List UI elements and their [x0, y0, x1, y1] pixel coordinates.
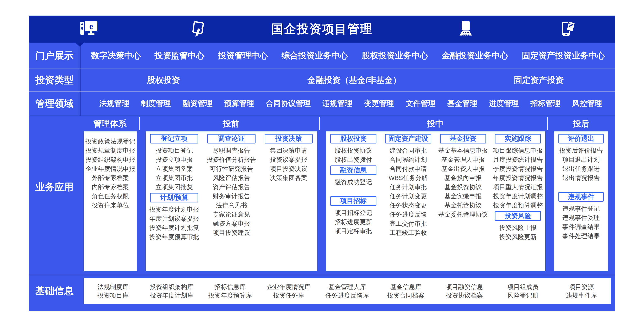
management-domain-label: 制度管理	[141, 98, 171, 109]
portal-center-link[interactable]: 数字决策中心	[91, 50, 141, 61]
base-library-item: 法规制度库	[98, 283, 128, 291]
section-panel: 投资政策法规登记投资规章制度申报投资组织架构申报企业年度情况申报外部专家档案内部…	[84, 131, 137, 271]
base-library-item: 风险登记册	[507, 291, 538, 300]
management-domain-row: 法规管理制度管理融资管理预算管理合同协议管理违规管理变更管理文件管理基金管理进度…	[81, 91, 615, 116]
module-item: 可行性研究报告	[210, 164, 253, 173]
module-item: 基金投向申报	[444, 173, 482, 183]
module-group-button[interactable]: 固定资产建设	[385, 134, 431, 143]
base-info-column: 招标信息库投资年度预算库	[201, 283, 260, 300]
module-group-button[interactable]: 投资决策	[265, 134, 313, 143]
module-item: 投资风险更新	[499, 232, 536, 242]
module-group-button[interactable]: 股权投资	[330, 134, 376, 143]
module-item: 外部专家档案	[92, 173, 129, 183]
tablet-touch-icon	[189, 20, 206, 38]
module-item: 投资规章制度申报	[86, 146, 135, 155]
base-info-column: 项目融资信息投资协议档案	[435, 283, 494, 300]
module-item: 项目跟踪信息申报	[493, 146, 543, 155]
section-title: 投后	[551, 117, 611, 130]
module-column: 股权投资股权投资协议股权出资拨付融资信息融资成功登记项目招标项目招标登记招标进度…	[326, 131, 381, 271]
module-item: 事件处理结果	[562, 232, 600, 241]
module-group-button[interactable]: 基金投资	[440, 134, 486, 143]
module-item: 立项集团审批	[156, 173, 193, 183]
module-item: 项目投资决议	[270, 164, 307, 173]
section-post-investment: 投后 评价退出投资后评价报告项目退出计划退出任务跟进退出情况报告违规事件违规事件…	[551, 117, 611, 271]
module-item: 立项集团备案	[156, 164, 193, 173]
module-group-button[interactable]: 项目招标	[330, 196, 376, 206]
portal-center-link[interactable]: 投资管理中心	[218, 50, 268, 61]
section-mid-investment: 投中 股权投资股权投资协议股权出资拨付融资信息融资成功登记项目招标项目招标登记招…	[323, 117, 548, 271]
module-item: 融资方案申报	[213, 219, 250, 228]
module-item: 年度计划议案提报	[149, 214, 199, 223]
mobile-report-icon	[558, 20, 576, 38]
module-group-button[interactable]: 评价退出	[558, 134, 604, 143]
module-item: 立项集团批复	[156, 183, 193, 192]
module-item: 投资政策法规登记	[86, 137, 135, 146]
module-item: 退出情况报告	[562, 173, 600, 183]
module-group-button[interactable]: 调查论证	[207, 134, 255, 143]
sidebar-label-base: 基础信息	[29, 285, 80, 297]
module-item: 风险评估报告	[213, 173, 250, 183]
module-item: 项目招标登记	[335, 208, 372, 217]
module-item: 基金出资人申报	[441, 164, 485, 173]
section-management-system: 管理体系 投资政策法规登记投资规章制度申报投资组织架构申报企业年度情况申报外部专…	[81, 117, 140, 271]
module-item: 年度投资情况报告	[493, 173, 543, 183]
module-item: 内部专家档案	[92, 183, 129, 192]
section-panel: 股权投资股权投资协议股权出资拨付融资信息融资成功登记项目招标项目招标登记招标进度…	[326, 131, 545, 271]
module-group-button[interactable]: 计划/预算	[150, 193, 198, 202]
module-group-button[interactable]: 登记立项	[150, 134, 198, 143]
page-title: 国企投资项目管理	[271, 21, 373, 37]
base-library-item: 招标信息库	[214, 283, 246, 291]
module-group-button[interactable]: 实施跟踪	[495, 134, 541, 143]
module-item: 投资组织架构申报	[86, 155, 135, 164]
module-item: 集团决策申请	[270, 146, 307, 155]
investment-type-label: 股权投资	[81, 74, 246, 86]
module-group-button[interactable]: 违规事件	[558, 192, 604, 202]
section-title: 投中	[323, 117, 548, 130]
module-item: 投资价值分析报告	[206, 155, 256, 164]
module-group-button[interactable]: 投资风险	[495, 211, 541, 221]
portal-center-link[interactable]: 综合投资业务中心	[282, 50, 348, 61]
sidebar-label-type: 投资类型	[29, 74, 80, 86]
management-domain-label: 基金管理	[447, 98, 477, 109]
management-domain-label: 预算管理	[224, 98, 254, 109]
management-domain-label: 变更管理	[364, 98, 394, 109]
sidebar-label-business: 业务应用	[29, 181, 80, 193]
base-library-item: 违规事件库	[566, 291, 597, 300]
base-library-item: 投资协议档案	[446, 291, 483, 300]
module-item: 事件调查结果	[562, 222, 600, 232]
management-domain-label: 进度管理	[489, 98, 519, 109]
module-item: 投资风险上报	[499, 223, 536, 232]
module-column: 登记立项投资项目登记投资立项申报立项集团备案立项集团审批立项集团批复计划/预算投…	[146, 131, 203, 271]
module-column: 基金投资基金基本信息申报基金管理人申报基金出资人申报基金投向申报基金投资协议基金…	[436, 131, 490, 271]
module-column: 固定资产建设建设合同审批合同履约计划合同付款申请WBS任务分解任务计划审批任务计…	[381, 131, 436, 271]
section-panel: 评价退出投资后评价报告项目退出计划退出任务跟进退出情况报告违规事件违规事件登记违…	[554, 131, 608, 271]
module-column: 评价退出投资后评价报告项目退出计划退出任务跟进退出情况报告违规事件违规事件登记违…	[554, 131, 608, 271]
portal-center-link[interactable]: 股权投资业务中心	[362, 50, 428, 61]
pc-browser-icon: e	[80, 20, 99, 37]
module-item: 基金管理人申报	[441, 155, 485, 164]
base-library-item: 基金管理人库	[328, 283, 366, 291]
base-info-column: 企业年度情况库投资任务库	[260, 283, 318, 300]
module-item: 基金实缴申报	[444, 192, 482, 201]
module-item: 项目重大情况汇报	[493, 183, 543, 192]
module-item: 投资立项申报	[156, 155, 193, 164]
row-separator	[29, 275, 615, 275]
module-item: 完工交付审批	[390, 219, 427, 228]
module-item: 投资年度计划申报	[149, 205, 199, 214]
portal-center-link[interactable]: 金融投资业务中心	[442, 50, 508, 61]
module-item: 股权投资协议	[335, 146, 372, 155]
module-item: 基金托管协议	[444, 201, 482, 210]
portal-center-link[interactable]: 固定资产投资业务中心	[522, 50, 605, 61]
module-item: 季度投资情况报告	[493, 164, 543, 173]
portal-center-link[interactable]: 投资监管中心	[154, 50, 204, 61]
base-library-item: 投资项目库	[98, 291, 128, 300]
module-item: 股权出资拨付	[335, 155, 372, 164]
management-domain-label: 违规管理	[322, 98, 352, 109]
business-application-area: 管理体系 投资政策法规登记投资规章制度申报投资组织架构申报企业年度情况申报外部专…	[81, 117, 615, 271]
management-domain-label: 文件管理	[406, 98, 436, 109]
sidebar-label-domain: 管理领域	[29, 97, 80, 110]
module-item: 合同付款申请	[390, 164, 427, 173]
module-group-button[interactable]: 融资信息	[330, 165, 376, 175]
base-info-panel: 法规制度库投资项目库投资组织架构库投资年度计划库招标信息库投资年度预算库企业年度…	[84, 278, 611, 304]
base-library-item: 投资年度计划库	[150, 291, 194, 300]
